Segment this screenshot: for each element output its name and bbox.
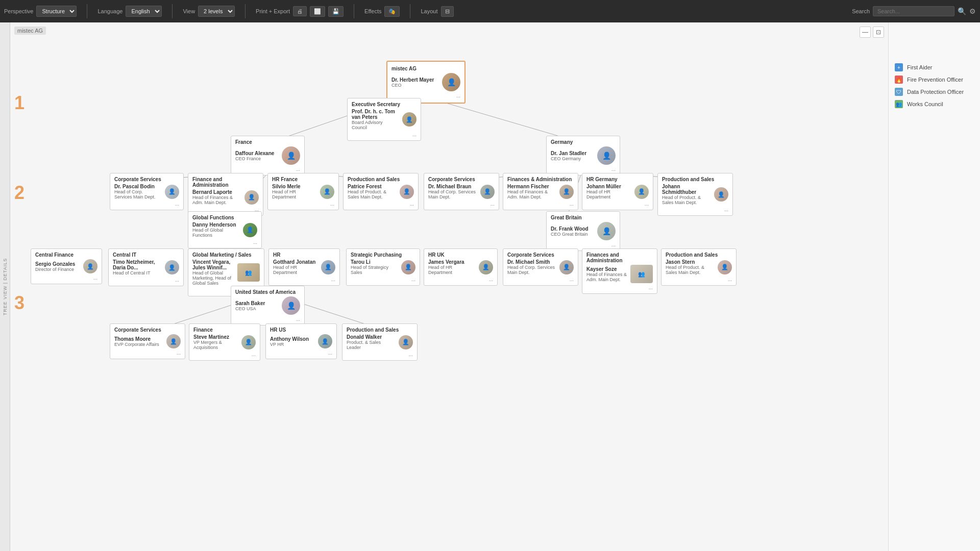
de-corp-node[interactable]: Corporate Services Dr. Michael Braun Hea…: [424, 173, 499, 210]
france-node[interactable]: France Daffour Alexane CEO France 👤 ...: [231, 136, 305, 176]
root-more[interactable]: ...: [456, 93, 460, 98]
root-node[interactable]: mistec AG Dr. Herbert Mayer CEO 👤 ...: [386, 61, 465, 104]
fr-global-title: Global Functions: [192, 215, 257, 220]
settings-icon-btn[interactable]: ⚙: [969, 7, 976, 15]
us-fin-name: Steve Martinez: [193, 334, 238, 340]
de-fin-node[interactable]: Finances & Administration Hermann Fische…: [503, 173, 578, 210]
us-corp-avatar: 👤: [166, 334, 181, 348]
hr-uk-name: James Vergara: [428, 259, 476, 265]
fr-hr-more[interactable]: ...: [330, 201, 334, 207]
fr-corp-role: Head of Corp. Services Main Dept.: [114, 189, 162, 199]
de-hr-node[interactable]: HR Germany Johann Müller Head of HR Depa…: [582, 173, 653, 210]
hr-uk-more[interactable]: ...: [489, 277, 493, 282]
fr-prod-node[interactable]: Production and Sales Patrice Forest Head…: [343, 173, 419, 210]
central-it-person: Timo Netzheimer, Daria Do... Head of Cen…: [113, 259, 179, 276]
search-input[interactable]: [873, 6, 954, 16]
fr-corp-avatar: 👤: [165, 185, 179, 199]
usa-person: Sarah Baker CEO USA 👤: [235, 296, 300, 315]
de-prod-node[interactable]: Production and Sales Johann Schmidthuber…: [657, 173, 733, 216]
de-prod-more[interactable]: ...: [724, 207, 728, 212]
us-prod-avatar: 👤: [399, 335, 413, 349]
germany-more[interactable]: ...: [611, 166, 616, 172]
copy-btn[interactable]: ⬜: [310, 6, 325, 17]
search-button[interactable]: 🔍: [958, 7, 966, 15]
central-finance-more[interactable]: ...: [93, 275, 97, 281]
fr-fin-node[interactable]: Finance and Administration Bernard Lapor…: [188, 173, 263, 216]
fit-btn[interactable]: ⊡: [873, 27, 884, 38]
central-finance-node[interactable]: Central Finance Sergio Gonzales Director…: [31, 248, 102, 284]
us-prod-more[interactable]: ...: [409, 352, 413, 357]
us-hr-role: VP HR: [270, 342, 315, 347]
fr-hr-node[interactable]: HR France Silvio Merle Head of HR Depart…: [267, 173, 339, 210]
us-fin-more[interactable]: ...: [252, 352, 256, 357]
france-info: Daffour Alexane CEO France: [235, 151, 279, 161]
root-avatar: 👤: [442, 73, 460, 91]
us-corp-person: Thomas Moore EVP Corporate Affairs 👤: [114, 334, 181, 348]
usa-node[interactable]: United States of America Sarah Baker CEO…: [231, 286, 305, 325]
de-corp-name: Dr. Michael Braun: [428, 184, 477, 189]
usa-more[interactable]: ...: [296, 316, 300, 322]
fr-global-more[interactable]: ...: [253, 239, 257, 245]
perspective-select[interactable]: Structure: [36, 6, 77, 17]
language-select[interactable]: English: [126, 6, 162, 17]
perspective-group: Perspective Structure: [4, 6, 77, 17]
gb-prod-more[interactable]: ...: [728, 277, 732, 282]
search-label: Search: [852, 8, 870, 14]
germany-node[interactable]: Germany Dr. Jan Stadler CEO Germany 👤 ..…: [546, 136, 620, 176]
layout-btn[interactable]: ⊟: [441, 6, 454, 17]
gb-corp-title: Corporate Services: [507, 252, 574, 258]
gb-corp-more[interactable]: ...: [570, 277, 574, 282]
print-export-group: Print + Export 🖨 ⬜ 💾: [256, 6, 344, 17]
de-fin-more[interactable]: ...: [570, 201, 574, 207]
hr-more[interactable]: ...: [331, 277, 335, 282]
fr-corp-more[interactable]: ...: [175, 201, 179, 207]
gb-fin-node[interactable]: Finances and Administration Kayser Soze …: [582, 248, 657, 294]
level-3: 3: [14, 294, 24, 312]
de-corp-avatar: 👤: [480, 185, 495, 199]
fr-prod-more[interactable]: ...: [410, 201, 414, 207]
usa-info: Sarah Baker CEO USA: [235, 300, 279, 311]
save-btn[interactable]: 💾: [328, 6, 344, 17]
fr-corp-node[interactable]: Corporate Services Dr. Pascal Bodin Head…: [110, 173, 184, 210]
gb-prod-node[interactable]: Production and Sales Jason Stern Head of…: [661, 248, 737, 286]
breadcrumb[interactable]: mistec AG: [14, 27, 46, 35]
gb-fin-more[interactable]: ...: [649, 285, 653, 290]
de-hr-title: HR Germany: [586, 177, 649, 182]
exec-sec-more[interactable]: ...: [412, 132, 416, 137]
de-corp-role: Head of Corp. Services Main Dept.: [428, 189, 477, 199]
de-hr-name: Johann Müller: [586, 184, 631, 189]
central-it-more[interactable]: ...: [175, 277, 179, 283]
gb-fin-title: Finances and Administration: [586, 252, 653, 263]
view-select[interactable]: 2 levels: [198, 6, 235, 17]
zoom-out-btn[interactable]: —: [860, 27, 871, 38]
us-corp-more[interactable]: ...: [177, 350, 181, 356]
france-more[interactable]: ...: [296, 166, 300, 172]
gb-node[interactable]: Great Britain Dr. Frank Wood CEO Great B…: [546, 211, 620, 251]
effects-btn[interactable]: 🎭: [384, 6, 400, 17]
fr-fin-info: Bernard Laporte Head of Finances & Adm. …: [192, 189, 241, 205]
exec-sec-node[interactable]: Executive Secretary Prof. Dr. h. c. Tom …: [347, 98, 421, 141]
fr-prod-role: Head of Product. & Sales Main Dept.: [348, 189, 397, 199]
exec-sec-title: Executive Secretary: [352, 102, 416, 107]
hr-uk-node[interactable]: HR UK James Vergara Head of HR Departmen…: [424, 248, 498, 286]
de-corp-more[interactable]: ...: [491, 201, 495, 207]
de-corp-title: Corporate Services: [428, 177, 495, 182]
us-hr-more[interactable]: ...: [328, 350, 332, 356]
hr-node[interactable]: HR Gotthard Jonatan Head of HR Departmen…: [268, 248, 340, 286]
strat-purch-node[interactable]: Strategic Purchasing Tarou Li Head of St…: [346, 248, 420, 286]
fr-global-node[interactable]: Global Functions Danny Henderson Head of…: [188, 211, 262, 248]
us-hr-node[interactable]: HR US Anthony Wilson VP HR 👤 ...: [265, 323, 337, 359]
usa-name: Sarah Baker: [235, 300, 279, 306]
canvas-area[interactable]: mistec AG 1 2 3 — ⊡: [10, 22, 888, 551]
us-corp-node[interactable]: Corporate Services Thomas Moore EVP Corp…: [110, 323, 185, 359]
central-it-node[interactable]: Central IT Timo Netzheimer, Daria Do... …: [108, 248, 184, 286]
us-fin-node[interactable]: Finance Steve Martinez VP Mergers & Acqu…: [189, 323, 260, 361]
de-hr-more[interactable]: ...: [645, 201, 649, 207]
germany-person: Dr. Jan Stadler CEO Germany 👤: [551, 146, 616, 165]
print-btn[interactable]: 🖨: [293, 6, 307, 16]
gb-corp-node[interactable]: Corporate Services Dr. Michael Smith Hea…: [503, 248, 578, 286]
strat-purch-more[interactable]: ...: [411, 277, 415, 282]
gb-more[interactable]: ...: [611, 242, 616, 247]
us-prod-node[interactable]: Production and Sales Donald Walker Produ…: [342, 323, 418, 361]
gb-prod-role: Head of Product. & Sales Main Dept.: [666, 265, 715, 275]
